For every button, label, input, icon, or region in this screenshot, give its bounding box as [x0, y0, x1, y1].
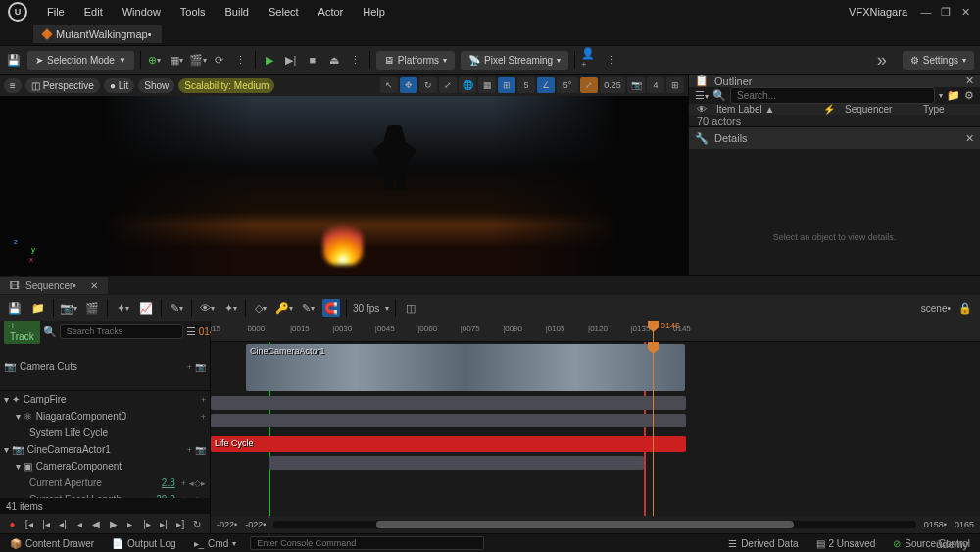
grid-value[interactable]: 5	[517, 77, 535, 93]
tracks-canvas[interactable]: CineCameraActor1 Life Cycle	[211, 342, 980, 516]
menu-select[interactable]: Select	[259, 6, 309, 18]
viewport-menu-button[interactable]: ≡	[4, 78, 22, 93]
platforms-button[interactable]: 🖥Platforms▾	[376, 51, 455, 70]
eject-icon[interactable]: ⏏	[326, 52, 342, 68]
save-seq-icon[interactable]: 💾	[6, 299, 24, 317]
unsaved-button[interactable]: ▤2 Unsaved	[812, 536, 880, 551]
select-mode-icon[interactable]: ↖	[380, 77, 398, 93]
close-button[interactable]: ✕	[958, 5, 972, 19]
add-button[interactable]: +	[187, 445, 192, 455]
selection-mode-button[interactable]: ➤ Selection Mode ▼	[27, 51, 134, 70]
save-icon[interactable]: 💾	[6, 52, 22, 68]
view-icon[interactable]: 👁▾	[198, 299, 216, 317]
cinematics-icon[interactable]: 🎬▾	[190, 52, 206, 68]
lifecycle-clip[interactable]: Life Cycle	[211, 436, 686, 452]
camera-speed-icon[interactable]: 📷	[627, 77, 645, 93]
restore-button[interactable]: ❐	[939, 5, 953, 19]
skip-icon[interactable]: ▶|	[283, 52, 299, 68]
add-content-icon[interactable]: ⊕▾	[147, 52, 163, 68]
surface-icon[interactable]: ▦	[478, 77, 496, 93]
marketplace-icon[interactable]: ▦▾	[169, 52, 184, 68]
filter-icon[interactable]: ☰▾	[695, 89, 709, 102]
outliner-tab[interactable]: 📋 Outliner ✕	[689, 75, 980, 87]
browse-icon[interactable]: 📁	[29, 299, 47, 317]
scale-icon[interactable]: ⤢	[439, 77, 457, 93]
scale-value[interactable]: 0.25	[600, 77, 625, 93]
edit-tool-icon[interactable]: ✎▾	[168, 299, 185, 317]
go-end-button[interactable]: ▸]	[174, 517, 187, 530]
menu-edit[interactable]: Edit	[74, 6, 113, 18]
playhead[interactable]	[653, 342, 654, 516]
maximize-viewport-icon[interactable]: ⊞	[666, 77, 684, 93]
more-icon[interactable]: ⋮	[233, 52, 249, 68]
lock-icon[interactable]: 🔒	[956, 299, 974, 317]
key-icon[interactable]: ◇▾	[252, 299, 270, 317]
close-sequencer-icon[interactable]: ✕	[90, 280, 98, 291]
play-button[interactable]: ▶	[262, 52, 277, 68]
frame-back-button[interactable]: ◂	[74, 517, 86, 530]
track-campfire[interactable]: ▾ ✦CampFire +	[0, 391, 210, 408]
camera-track-icon[interactable]: 📷	[195, 362, 206, 372]
console-input[interactable]	[250, 536, 484, 550]
derived-data-button[interactable]: ☰Derived Data	[724, 536, 802, 551]
marks-icon[interactable]: ◫	[402, 299, 419, 317]
track-niagara[interactable]: ▾ ⚛NiagaraComponent0 +	[0, 408, 210, 425]
go-start-button[interactable]: [◂	[23, 517, 35, 530]
lit-button[interactable]: ● Lit	[104, 78, 134, 93]
content-drawer-button[interactable]: 📦Content Drawer	[6, 536, 98, 551]
settings-button[interactable]: ⚙Settings▾	[903, 51, 974, 70]
prev-key-button[interactable]: |◂	[39, 517, 52, 530]
clip-bar[interactable]	[211, 396, 686, 410]
visibility-col-icon[interactable]: 👁	[697, 104, 707, 115]
grid-snap-icon[interactable]: ⊞	[498, 77, 515, 93]
cmd-dropdown[interactable]: ▸_Cmd▾	[190, 536, 241, 551]
auto-key-icon[interactable]: 🔑▾	[275, 299, 293, 317]
next-key-button[interactable]: ▸|	[158, 517, 171, 530]
expand-toolbar-icon[interactable]: »	[877, 50, 887, 71]
document-tab[interactable]: MutantWalkingmap•	[33, 25, 162, 43]
add-camera-cut-icon[interactable]: +	[187, 362, 192, 372]
fps-dropdown[interactable]: 30 fps	[353, 303, 379, 314]
track-search-input[interactable]	[60, 324, 183, 339]
add-key-icon[interactable]: +	[181, 478, 186, 488]
render-queue-icon[interactable]: 🎬	[83, 299, 101, 317]
details-tab[interactable]: 🔧 Details ✕	[689, 127, 980, 149]
step-fwd-button[interactable]: |▸	[140, 517, 153, 530]
clip-bar[interactable]	[269, 456, 644, 470]
camera-speed-value[interactable]: 4	[647, 77, 664, 93]
stop-icon[interactable]: ■	[305, 52, 320, 68]
camera-icon[interactable]: 📷	[195, 445, 206, 455]
menu-file[interactable]: File	[37, 6, 74, 18]
audit-icon[interactable]: 👤⁺	[581, 52, 597, 68]
pixel-streaming-button[interactable]: 📡Pixel Streaming▾	[461, 51, 568, 70]
playback-icon[interactable]: ✦▾	[221, 299, 239, 317]
search-options-icon[interactable]: ▾	[939, 91, 943, 100]
add-button[interactable]: +	[201, 395, 206, 405]
add-button[interactable]: +	[201, 412, 206, 422]
show-button[interactable]: Show	[138, 78, 174, 93]
gear2-icon[interactable]: ⚙	[964, 89, 974, 102]
coord-icon[interactable]: 🌐	[459, 77, 476, 93]
menu-build[interactable]: Build	[216, 6, 259, 18]
frame-fwd-button[interactable]: ▸	[123, 517, 136, 530]
track-aperture[interactable]: Current Aperture 2.8 + ◂◇▸	[0, 475, 210, 491]
angle-snap-icon[interactable]: ∠	[537, 77, 555, 93]
scale-snap-icon[interactable]: ⤢	[580, 77, 598, 93]
perspective-button[interactable]: ◫ Perspective	[25, 78, 100, 93]
translate-icon[interactable]: ✥	[400, 77, 417, 93]
sequencer-tab[interactable]: 🎞 Sequencer• ✕	[0, 277, 108, 294]
track-lifecycle[interactable]: System Life Cycle	[0, 425, 210, 441]
camera-cut-clip[interactable]: CineCameraActor1	[246, 344, 685, 391]
filter-tracks-icon[interactable]: ☰	[186, 326, 196, 338]
loop-button[interactable]: ↻	[191, 517, 204, 530]
snap-icon[interactable]: 🧲	[322, 299, 340, 317]
type-column[interactable]: Type	[923, 104, 972, 115]
play-reverse-button[interactable]: ◀	[90, 517, 103, 530]
menu-tools[interactable]: Tools	[171, 6, 216, 18]
minimize-button[interactable]: —	[919, 5, 933, 19]
menu-help[interactable]: Help	[353, 6, 395, 18]
angle-value[interactable]: 5°	[557, 77, 578, 93]
timeline-scrollbar[interactable]: -022• -022• 0158• 0165	[211, 516, 980, 533]
track-cinecamera[interactable]: ▾ 📷CineCameraActor1 +📷	[0, 441, 210, 458]
sequence-icon[interactable]: ⟳	[212, 52, 227, 68]
